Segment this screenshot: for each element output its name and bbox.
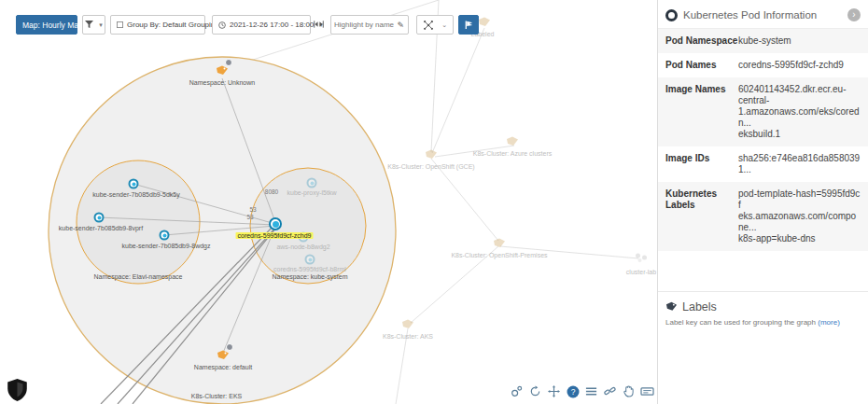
cluster-label: K8s-Cluster: EKS — [191, 393, 242, 399]
filter-icon — [85, 21, 93, 29]
info-row-image-ids: Image IDs sha256:e746ea816da8580391... — [658, 146, 868, 182]
namespace-tag-unknown[interactable] — [216, 63, 229, 79]
row-value: coredns-5995fd9cf-zchd9 — [738, 60, 861, 71]
info-row-kubernetes-labels: Kubernetes Labels pod-template-hash=5995… — [658, 182, 868, 251]
pod-node-label: kube-sender-7b085db9-8vprf — [59, 225, 143, 231]
labels-title: Labels — [682, 300, 717, 313]
map-type-label: Map: Hourly Map — [22, 21, 83, 30]
clock-icon — [218, 21, 226, 29]
pod-node-label: kube-proxy-l5tkw — [287, 189, 337, 196]
row-label: Pod Names — [665, 60, 738, 71]
namespace-kube-system-label: Namespace: kube-system — [273, 273, 348, 280]
tag-icon — [401, 319, 414, 329]
map-edges-layer — [0, 0, 657, 404]
row-label: Pod Namespace — [665, 35, 738, 47]
next-arrow-button[interactable]: › — [847, 8, 861, 21]
panel-title: Kubernetes Pod Information — [683, 9, 842, 21]
row-value: pod-template-hash=5995fd9cf eks.amazonaw… — [738, 188, 861, 244]
highlight-input[interactable] — [331, 21, 397, 29]
layout-options-dropdown[interactable]: ⌄ — [416, 15, 454, 35]
graph-nodes-icon — [423, 20, 434, 31]
faded-tag-label: K8s-Cluster: OpenShift (GCE) — [387, 163, 474, 170]
group-icon — [117, 21, 123, 28]
faded-tag[interactable] — [401, 316, 414, 333]
svg-text:?: ? — [570, 387, 575, 397]
namespace-tag-default[interactable] — [217, 347, 230, 364]
faded-tag-label: K8s-Cluster: OpenShift-Premises — [451, 252, 547, 258]
faded-tag-label: K8s-Cluster: AKS — [383, 333, 433, 340]
network-map: K8s-Cluster: EKS Namespace: Elavi-namesp… — [0, 0, 657, 404]
paw-icon — [635, 252, 649, 263]
tag-icon — [506, 136, 519, 146]
pod-node[interactable] — [160, 230, 170, 241]
faded-cluster-label: cluster-lab — [626, 269, 656, 275]
link-icon[interactable] — [603, 384, 617, 398]
pod-node-label: aws-node-b8wdg2 — [276, 244, 329, 250]
chevron-down-icon: ▾ — [99, 21, 103, 29]
date-range-picker[interactable]: 2021-12-26 17:00 - 18:00 ▾ — [212, 15, 311, 35]
pod-node[interactable] — [129, 179, 139, 189]
edge-port-label: 8080 — [265, 188, 278, 195]
help-button[interactable]: ? — [566, 384, 580, 398]
info-row-pod-names: Pod Names coredns-5995fd9cf-zchd9 — [658, 53, 868, 77]
pencil-icon[interactable]: ✎ — [397, 21, 408, 30]
flag-icon — [464, 20, 474, 30]
info-row-pod-namespace: Pod Namespace kube-system — [658, 29, 868, 53]
pod-node-label: coredns-5995fd9cf-b8rml — [273, 266, 346, 272]
filter-button[interactable]: ▾ — [82, 15, 105, 35]
row-value: sha256:e746ea816da8580391... — [738, 153, 861, 175]
panel-toggle-button[interactable] — [458, 15, 479, 35]
hand-icon[interactable] — [622, 384, 636, 398]
more-link[interactable]: (more) — [818, 318, 840, 327]
pod-icon — [665, 9, 678, 21]
map-type-button[interactable]: Map: Hourly Map ▾ — [16, 15, 77, 35]
pan-icon[interactable] — [547, 384, 561, 398]
labels-section: Labels Label key can be used for groupin… — [658, 291, 868, 333]
pod-node-label: kube-sender-7b085db9-5dk5y — [92, 191, 179, 198]
row-value: 602401143452.dkr.ecr.eu- central- 1.amaz… — [738, 84, 861, 140]
pod-info-panel: Kubernetes Pod Information › Pod Namespa… — [657, 0, 868, 404]
pod-node-faded[interactable] — [305, 255, 315, 265]
row-value: kube-system — [738, 35, 861, 47]
tag-badge — [225, 59, 232, 66]
top-toolbar: Map: Hourly Map ▾ ▾ Group By: Default Gr… — [0, 0, 657, 41]
group-by-label: Group By: Default Grouping — [127, 21, 219, 29]
namespace-circle-left[interactable] — [77, 160, 200, 284]
edge-port-label: 53 — [249, 206, 256, 213]
row-label: Image Names — [665, 84, 738, 140]
map-tools: ? — [510, 384, 654, 398]
tag-badge — [226, 343, 233, 351]
namespace-tag-label: Namespace: Unknown — [189, 79, 255, 86]
edge-port-label: 53 — [246, 214, 253, 220]
highlight-search: ✎ — [330, 15, 409, 35]
pod-node-faded[interactable] — [307, 178, 317, 188]
app-window: K8s-Cluster: EKS Namespace: Elavi-namesp… — [0, 0, 868, 404]
shield-logo — [7, 379, 27, 404]
chevron-down-icon: ⌄ — [441, 21, 447, 29]
namespace-left-label: Namespace: Elavi-namespace — [94, 273, 183, 280]
faded-tag[interactable] — [493, 235, 506, 252]
info-row-image-names: Image Names 602401143452.dkr.ecr.eu- cen… — [658, 77, 868, 146]
group-by-dropdown[interactable]: Group By: Default Grouping ▾ — [110, 15, 205, 35]
label-tag-icon — [665, 299, 678, 315]
panel-header: Kubernetes Pod Information › — [658, 0, 868, 29]
collapse-nodes-icon[interactable] — [510, 384, 524, 398]
refresh-icon[interactable] — [528, 384, 542, 398]
faded-tag[interactable] — [506, 133, 519, 150]
faded-tag[interactable] — [425, 146, 438, 163]
faded-cluster-group[interactable] — [635, 250, 649, 267]
date-range-label: 2021-12-26 17:00 - 18:00 — [230, 21, 314, 29]
pod-node[interactable] — [94, 213, 105, 223]
tag-icon — [493, 238, 506, 248]
legend-icon[interactable] — [640, 384, 654, 398]
menu-icon[interactable] — [584, 384, 598, 398]
faded-tag-label: K8s-Cluster: Azure clusters — [473, 150, 552, 157]
collapse-horizontal-icon[interactable] — [314, 20, 324, 29]
labels-description: Label key can be used for grouping the g… — [665, 318, 861, 327]
row-label: Image IDs — [665, 153, 738, 175]
selected-pod-label[interactable]: coredns-5995fd9cf-zchd9 — [236, 232, 314, 239]
pod-node-label: kube-sender-7b085db9-8wdgz — [122, 243, 211, 249]
tag-icon — [425, 149, 438, 160]
row-label: Kubernetes Labels — [665, 188, 738, 244]
selected-pod-node[interactable] — [269, 217, 282, 230]
